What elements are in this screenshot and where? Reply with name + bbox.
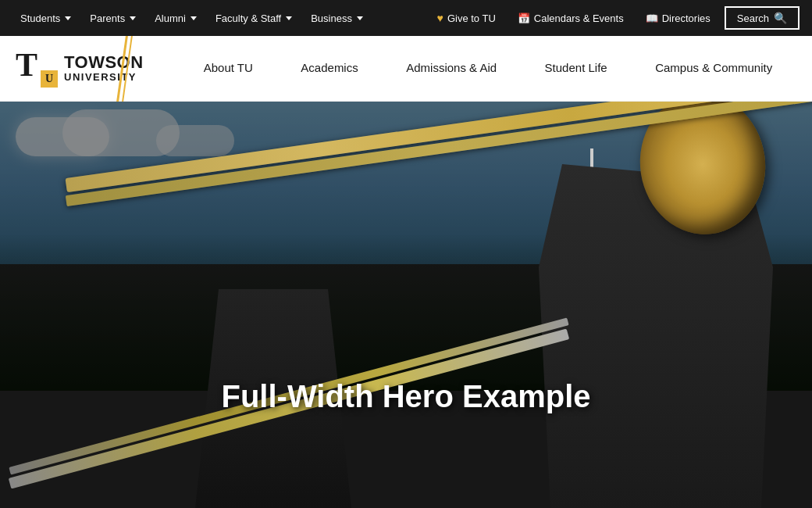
- academics-label: Academics: [301, 61, 358, 74]
- about-tu-label: About TU: [204, 61, 253, 74]
- logo-towson: TOWSON: [64, 53, 144, 72]
- main-nav-links: About TU Academics Admissions & Aid Stud…: [156, 36, 796, 101]
- campus-community-nav-item[interactable]: Campus & Community: [643, 36, 785, 101]
- admissions-aid-nav-item[interactable]: Admissions & Aid: [394, 36, 509, 101]
- search-icon: 🔍: [774, 12, 787, 24]
- faculty-chevron-icon: [286, 16, 292, 20]
- top-utility-bar: Students Parents Alumni Faculty & Staff …: [0, 0, 812, 36]
- alumni-chevron-icon: [191, 16, 197, 20]
- campus-community-label: Campus & Community: [655, 61, 772, 74]
- student-life-nav-item[interactable]: Student Life: [532, 36, 620, 101]
- business-label: Business: [311, 13, 352, 24]
- heart-icon: ♥: [437, 12, 443, 24]
- hero-title: Full-Width Hero Example: [0, 379, 812, 414]
- business-nav-item[interactable]: Business: [303, 8, 371, 29]
- calendar-icon: 📅: [518, 13, 530, 24]
- search-button[interactable]: Search 🔍: [725, 6, 800, 30]
- give-to-tu-link[interactable]: ♥ Give to TU: [429, 9, 504, 27]
- faculty-staff-nav-item[interactable]: Faculty & Staff: [208, 8, 300, 29]
- student-life-label: Student Life: [545, 61, 607, 74]
- parents-chevron-icon: [130, 16, 136, 20]
- logo-t-letter: T: [16, 47, 37, 83]
- academics-nav-item[interactable]: Academics: [288, 36, 370, 101]
- main-nav-bar: T U TOWSON UNIVERSITY About TU Academics…: [0, 36, 812, 102]
- hero-section: Full-Width Hero Example: [0, 102, 812, 508]
- parents-nav-item[interactable]: Parents: [82, 8, 144, 29]
- students-nav-item[interactable]: Students: [12, 8, 79, 29]
- give-tu-label: Give to TU: [447, 13, 496, 24]
- business-chevron-icon: [357, 16, 363, 20]
- top-nav-items: Students Parents Alumni Faculty & Staff …: [12, 8, 371, 29]
- logo-text: TOWSON UNIVERSITY: [64, 53, 144, 83]
- calendars-events-link[interactable]: 📅 Calendars & Events: [510, 9, 632, 27]
- logo-box: T U: [16, 48, 56, 89]
- students-chevron-icon: [65, 16, 71, 20]
- about-tu-nav-item[interactable]: About TU: [191, 36, 265, 101]
- alumni-label: Alumni: [155, 13, 186, 24]
- hero-text-container: Full-Width Hero Example: [0, 379, 812, 414]
- directories-label: Directories: [662, 13, 710, 24]
- directories-link[interactable]: 📖 Directories: [638, 9, 718, 27]
- top-utility-links: ♥ Give to TU 📅 Calendars & Events 📖 Dire…: [429, 6, 800, 30]
- calendars-label: Calendars & Events: [534, 13, 624, 24]
- admissions-label: Admissions & Aid: [406, 61, 497, 74]
- logo-u-letter: U: [45, 73, 53, 85]
- search-button-label: Search: [737, 13, 769, 24]
- students-label: Students: [20, 13, 60, 24]
- faculty-staff-label: Faculty & Staff: [215, 13, 281, 24]
- parents-label: Parents: [90, 13, 125, 24]
- alumni-nav-item[interactable]: Alumni: [147, 8, 205, 29]
- book-icon: 📖: [646, 13, 658, 24]
- logo-u-box: U: [41, 70, 58, 88]
- logo-university: UNIVERSITY: [64, 72, 144, 83]
- logo[interactable]: T U TOWSON UNIVERSITY: [16, 48, 156, 89]
